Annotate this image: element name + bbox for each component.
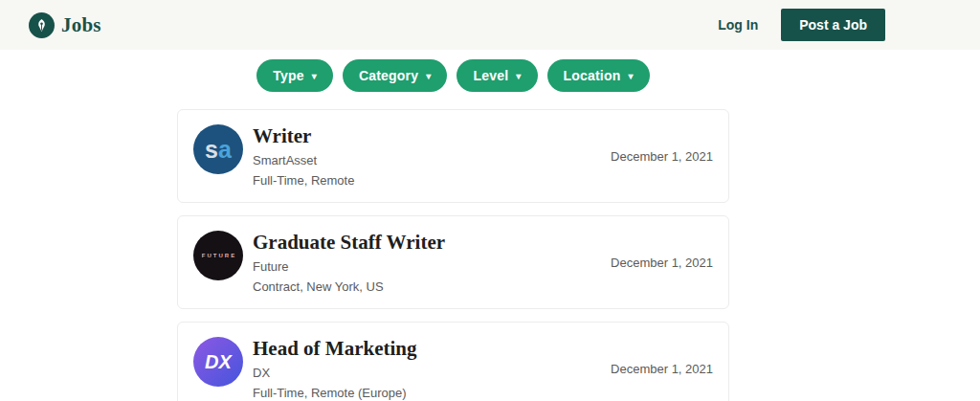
chevron-down-icon: ▾ [628, 72, 633, 81]
job-title: Head of Marketing [253, 337, 416, 360]
filter-dropdown-category[interactable]: Category ▾ [343, 59, 448, 92]
job-posted-date: December 1, 2021 [611, 149, 713, 164]
job-company: DX [253, 366, 416, 380]
company-logo: DX [193, 337, 243, 387]
job-company: SmartAsset [253, 153, 354, 167]
job-card[interactable]: FUTURE Graduate Staff Writer Future Cont… [177, 215, 729, 309]
filter-label: Category [359, 68, 418, 83]
filter-label: Level [473, 68, 508, 83]
filters-row: Type ▾ Category ▾ Level ▾ Location ▾ [177, 59, 729, 92]
chevron-down-icon: ▾ [426, 72, 431, 81]
company-logo: sa [193, 124, 243, 174]
job-company: Future [253, 259, 445, 274]
job-posted-date: December 1, 2021 [611, 256, 713, 270]
job-meta: Full-Time, Remote (Europe) [253, 386, 416, 400]
post-a-job-button[interactable]: Post a Job [781, 9, 885, 41]
job-info: Head of Marketing DX Full-Time, Remote (… [253, 337, 416, 400]
job-posted-date: December 1, 2021 [611, 362, 713, 376]
filter-label: Type [273, 68, 303, 83]
job-info: Writer SmartAsset Full-Time, Remote [253, 124, 354, 188]
header-actions: Log In Post a Job [718, 9, 885, 41]
company-logo: FUTURE [193, 231, 243, 280]
chevron-down-icon: ▾ [516, 72, 521, 81]
job-meta: Full-Time, Remote [253, 173, 354, 188]
filter-dropdown-level[interactable]: Level ▾ [457, 59, 537, 92]
top-navbar: Jobs Log In Post a Job [0, 0, 980, 50]
login-link[interactable]: Log In [718, 17, 758, 33]
site-title: Jobs [61, 13, 101, 37]
filter-label: Location [564, 68, 621, 83]
main-content: Type ▾ Category ▾ Level ▾ Location ▾ sa … [177, 59, 729, 401]
pen-nib-icon [29, 12, 55, 38]
job-title: Graduate Staff Writer [253, 231, 445, 254]
chevron-down-icon: ▾ [312, 72, 317, 81]
filter-dropdown-location[interactable]: Location ▾ [547, 59, 650, 92]
filter-dropdown-type[interactable]: Type ▾ [256, 59, 333, 92]
job-listings: sa Writer SmartAsset Full-Time, Remote D… [177, 109, 729, 401]
site-logo[interactable]: Jobs [29, 12, 101, 38]
job-card[interactable]: DX Head of Marketing DX Full-Time, Remot… [177, 322, 729, 401]
job-title: Writer [253, 124, 354, 147]
job-meta: Contract, New York, US [253, 279, 445, 294]
job-card[interactable]: sa Writer SmartAsset Full-Time, Remote D… [177, 109, 729, 203]
job-info: Graduate Staff Writer Future Contract, N… [253, 231, 445, 294]
